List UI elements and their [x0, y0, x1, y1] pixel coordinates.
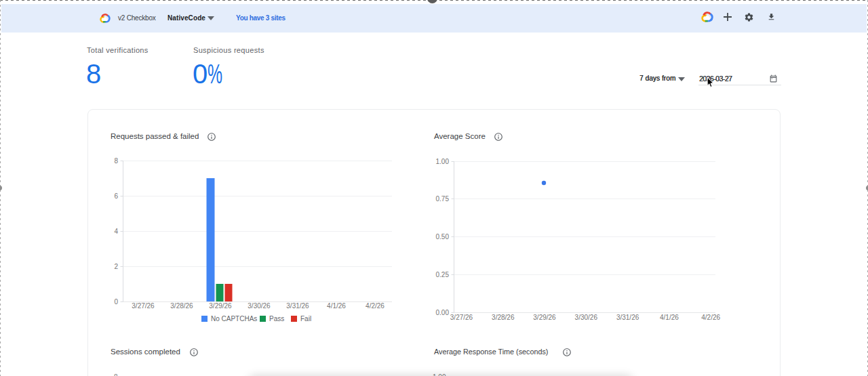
svg-text:Fail: Fail: [300, 315, 311, 322]
svg-text:1.00: 1.00: [436, 158, 450, 165]
svg-text:No CAPTCHAs: No CAPTCHAs: [211, 315, 257, 322]
svg-text:0.50: 0.50: [436, 233, 450, 241]
svg-text:3/27/26: 3/27/26: [132, 302, 155, 310]
svg-text:4/1/26: 4/1/26: [327, 302, 346, 310]
svg-text:3/28/26: 3/28/26: [170, 302, 193, 310]
svg-text:4/2/26: 4/2/26: [701, 314, 720, 321]
svg-text:3/31/26: 3/31/26: [286, 302, 309, 310]
svg-text:4/1/26: 4/1/26: [660, 314, 679, 321]
svg-text:Pass: Pass: [269, 315, 284, 322]
svg-text:3/27/26: 3/27/26: [450, 314, 473, 321]
svg-text:0.75: 0.75: [436, 195, 450, 203]
svg-text:8: 8: [114, 157, 118, 165]
svg-text:3/30/26: 3/30/26: [575, 314, 598, 321]
svg-text:3/30/26: 3/30/26: [248, 302, 271, 310]
svg-text:0.00: 0.00: [436, 309, 450, 316]
svg-text:3/29/26: 3/29/26: [209, 302, 232, 310]
svg-text:0: 0: [114, 298, 118, 306]
svg-text:3/31/26: 3/31/26: [616, 314, 639, 321]
svg-text:3/28/26: 3/28/26: [492, 314, 515, 321]
svg-text:4/2/26: 4/2/26: [366, 302, 384, 310]
svg-text:3/29/26: 3/29/26: [533, 314, 556, 321]
svg-text:6: 6: [114, 192, 118, 200]
svg-text:2: 2: [114, 263, 118, 270]
svg-text:4: 4: [114, 228, 118, 235]
svg-text:0.25: 0.25: [436, 271, 450, 278]
